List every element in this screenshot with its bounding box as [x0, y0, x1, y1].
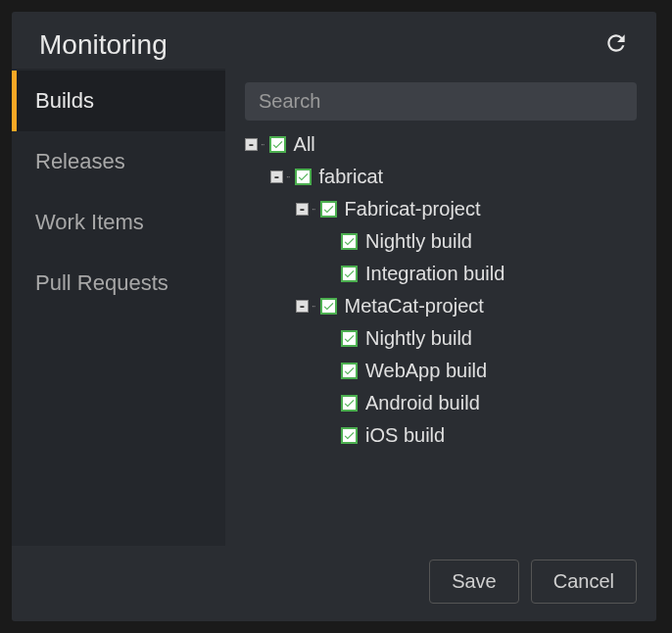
tree-connector: ··: [286, 171, 290, 182]
build-tree: -··All-··fabricat-··Fabricat-projectNigh…: [245, 128, 637, 452]
panel-footer: Save Cancel: [12, 546, 656, 621]
collapse-icon[interactable]: -: [270, 170, 283, 183]
search-input[interactable]: [245, 82, 637, 121]
sidebar: BuildsReleasesWork ItemsPull Requests: [12, 69, 225, 546]
tree-checkbox[interactable]: [269, 136, 286, 153]
tree-node: iOS build: [245, 419, 637, 452]
tree-node-label[interactable]: Nightly build: [365, 230, 472, 253]
tree-node-label[interactable]: fabricat: [319, 166, 384, 188]
tree-connector: ··: [312, 301, 315, 312]
collapse-icon[interactable]: -: [296, 203, 309, 216]
cancel-button[interactable]: Cancel: [531, 560, 637, 604]
tree-node-label[interactable]: Fabricat-project: [345, 198, 481, 220]
tree-node: -··All: [245, 128, 637, 161]
tree-node-label[interactable]: Nightly build: [365, 327, 472, 350]
refresh-icon[interactable]: [603, 30, 629, 60]
tree-node-label[interactable]: MetaCat-project: [345, 295, 484, 317]
tree-checkbox[interactable]: [341, 266, 358, 282]
tree-node: -··fabricat: [245, 161, 637, 193]
panel-header: Monitoring: [12, 12, 656, 69]
save-button[interactable]: Save: [429, 560, 519, 604]
main-content: -··All-··fabricat-··Fabricat-projectNigh…: [225, 69, 656, 546]
sidebar-item-pull-requests[interactable]: Pull Requests: [12, 253, 225, 314]
sidebar-item-builds[interactable]: Builds: [12, 71, 225, 131]
monitoring-panel: Monitoring BuildsReleasesWork ItemsPull …: [12, 12, 656, 621]
tree-node: Android build: [245, 387, 637, 419]
tree-node-label[interactable]: Integration build: [365, 263, 504, 285]
tree-checkbox[interactable]: [320, 201, 337, 218]
tree-node: -··MetaCat-project: [245, 290, 637, 322]
panel-body: BuildsReleasesWork ItemsPull Requests -·…: [12, 69, 656, 546]
tree-node: -··Fabricat-project: [245, 193, 637, 225]
tree-checkbox[interactable]: [320, 298, 337, 315]
tree-node: Integration build: [245, 258, 637, 290]
tree-node-label[interactable]: WebApp build: [365, 360, 487, 382]
collapse-icon[interactable]: -: [296, 300, 309, 313]
tree-node-label[interactable]: All: [294, 133, 315, 156]
tree-checkbox[interactable]: [295, 169, 312, 185]
tree-checkbox[interactable]: [341, 395, 358, 412]
tree-node: Nightly build: [245, 225, 637, 258]
tree-checkbox[interactable]: [341, 330, 358, 347]
tree-checkbox[interactable]: [341, 363, 358, 379]
tree-checkbox[interactable]: [341, 233, 358, 250]
page-title: Monitoring: [39, 29, 168, 61]
sidebar-item-releases[interactable]: Releases: [12, 131, 225, 192]
sidebar-item-work-items[interactable]: Work Items: [12, 192, 225, 253]
tree-node-label[interactable]: Android build: [365, 392, 480, 414]
tree-checkbox[interactable]: [341, 427, 358, 444]
collapse-icon[interactable]: -: [245, 138, 258, 151]
tree-connector: ··: [261, 139, 264, 150]
tree-node-label[interactable]: iOS build: [365, 424, 445, 447]
tree-node: WebApp build: [245, 355, 637, 387]
tree-node: Nightly build: [245, 322, 637, 355]
tree-connector: ··: [312, 204, 315, 215]
